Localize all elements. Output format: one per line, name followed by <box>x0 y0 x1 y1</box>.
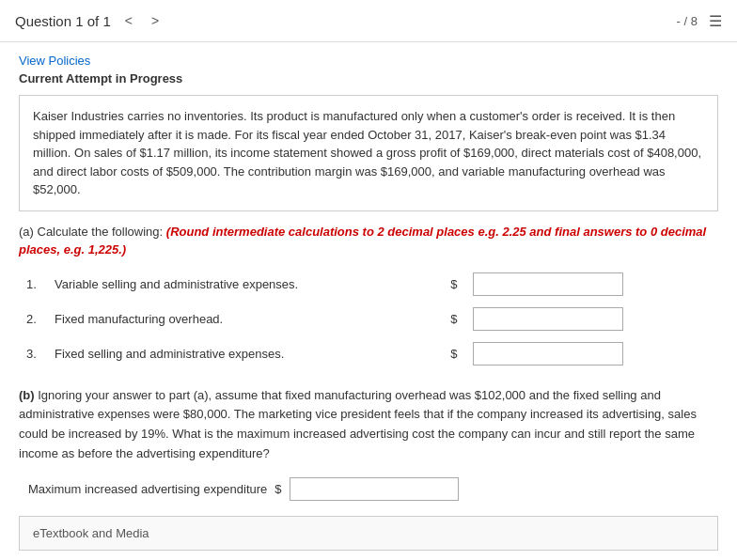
part-b-input[interactable] <box>290 477 459 501</box>
top-bar-left: Question 1 of 1 < > <box>15 11 164 30</box>
view-policies-link[interactable]: View Policies <box>19 54 90 68</box>
part-b-label: (b) <box>19 388 38 402</box>
current-attempt-label: Current Attempt in Progress <box>19 71 718 86</box>
q2-label: Fixed manufacturing overhead. <box>47 302 443 336</box>
part-a-table: 1. Variable selling and administrative e… <box>19 267 718 371</box>
part-a-label: (a) Calculate the following: (Round inte… <box>19 223 718 259</box>
q3-dollar: $ <box>443 336 464 371</box>
next-button[interactable]: > <box>147 11 164 30</box>
scenario-box: Kaiser Industries carries no inventories… <box>19 95 718 211</box>
q1-dollar: $ <box>443 267 464 302</box>
part-b-input-row: Maximum increased advertising expenditur… <box>19 477 718 501</box>
table-row: 1. Variable selling and administrative e… <box>19 267 718 302</box>
q2-dollar: $ <box>443 302 464 336</box>
q1-num: 1. <box>19 267 47 302</box>
q2-input-cell <box>465 302 718 336</box>
q3-input-cell <box>465 336 718 371</box>
q3-num: 3. <box>19 336 47 371</box>
list-icon[interactable]: ☰ <box>709 12 722 30</box>
q1-input-cell <box>465 267 718 302</box>
score-label: - / 8 <box>677 14 698 28</box>
part-b-input-label: Maximum increased advertising expenditur… <box>28 482 267 496</box>
q1-input[interactable] <box>473 272 623 296</box>
question-label: Question 1 of 1 <box>15 13 111 29</box>
part-b-text: Ignoring your answer to part (a), assume… <box>19 388 697 460</box>
main-content: View Policies Current Attempt in Progres… <box>0 42 737 560</box>
top-bar: Question 1 of 1 < > - / 8 ☰ <box>0 0 737 42</box>
scenario-text: Kaiser Industries carries no inventories… <box>33 109 701 196</box>
q3-input[interactable] <box>473 342 623 366</box>
q2-num: 2. <box>19 302 47 336</box>
prev-button[interactable]: < <box>120 11 137 30</box>
table-row: 3. Fixed selling and administrative expe… <box>19 336 718 371</box>
table-row: 2. Fixed manufacturing overhead. $ <box>19 302 718 336</box>
q1-label: Variable selling and administrative expe… <box>47 267 443 302</box>
q3-label: Fixed selling and administrative expense… <box>47 336 443 371</box>
etextbook-label: eTextbook and Media <box>33 526 149 540</box>
part-b-dollar: $ <box>274 482 281 496</box>
top-bar-right: - / 8 ☰ <box>677 12 722 30</box>
part-a-title: (a) Calculate the following: <box>19 225 163 239</box>
q2-input[interactable] <box>473 307 623 331</box>
part-b-box: (b) Ignoring your answer to part (a), as… <box>19 386 718 464</box>
etextbook-section[interactable]: eTextbook and Media <box>19 516 718 551</box>
